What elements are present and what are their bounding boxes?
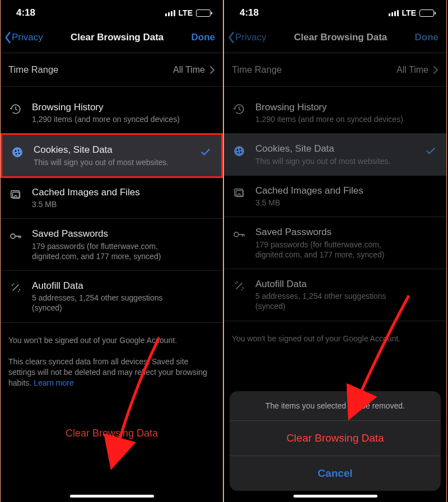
svg-point-2	[18, 150, 19, 151]
item-passwords[interactable]: Saved Passwords 179 passwords (for flutt…	[224, 217, 446, 269]
item-cached[interactable]: Cached Images and Files 3.5 MB	[1, 177, 223, 219]
image-icon	[8, 186, 23, 200]
cookies-title: Cookies, Site Data	[34, 144, 191, 156]
nav-bar: Privacy Clear Browsing Data Done	[1, 26, 223, 53]
footnote-signout: You won't be signed out of your Google A…	[224, 321, 446, 348]
screenshot-right: 4:18 LTE Privacy Clear Browsing Data Don…	[223, 0, 447, 502]
svg-point-4	[18, 153, 20, 154]
svg-point-3	[16, 153, 17, 154]
time-range-row[interactable]: Time Range All Time	[1, 53, 223, 87]
passwords-title: Saved Passwords	[32, 228, 193, 240]
history-title: Browsing History	[32, 101, 193, 113]
wand-icon	[8, 280, 23, 294]
cookie-icon	[10, 144, 25, 159]
cookie-icon	[232, 143, 246, 158]
cache-sub: 3.5 MB	[255, 198, 416, 208]
home-indicator[interactable]	[293, 495, 377, 498]
item-cached[interactable]: Cached Images and Files 3.5 MB	[224, 176, 446, 217]
nav-back-label: Privacy	[12, 32, 43, 43]
time-range-value: All Time	[396, 65, 428, 75]
svg-point-15	[234, 232, 239, 237]
item-autofill[interactable]: Autofill Data 5 addresses, 1,254 other s…	[224, 269, 446, 321]
cache-sub: 3.5 MB	[32, 199, 193, 209]
svg-point-10	[240, 149, 241, 150]
footnote-sync: This clears synced data from all devices…	[1, 349, 223, 392]
svg-point-7	[11, 234, 15, 238]
history-title: Browsing History	[255, 101, 416, 113]
svg-point-12	[240, 152, 242, 153]
checkmark-icon	[200, 144, 213, 160]
passwords-sub: 179 passwords (for flutterwave.com, dign…	[255, 240, 416, 260]
content-right: Time Range All Time Browsing History 1,2…	[224, 53, 446, 502]
sheet-cancel-button[interactable]: Cancel	[230, 456, 441, 491]
history-sub: 1,290 items (and more on synced devices)	[32, 114, 193, 124]
cookies-sub: This will sign you out of most websites.	[255, 156, 416, 166]
nav-title: Clear Browsing Data	[71, 32, 164, 43]
battery-icon	[196, 10, 211, 17]
time-range-row[interactable]: Time Range All Time	[224, 53, 446, 87]
time-range-label: Time Range	[8, 64, 58, 75]
signal-icon	[389, 10, 399, 16]
history-icon	[8, 101, 23, 115]
nav-back-label: Privacy	[235, 32, 267, 43]
item-cookies[interactable]: Cookies, Site Data This will sign you ou…	[224, 134, 446, 175]
nav-back-button[interactable]: Privacy	[4, 31, 43, 44]
chevron-right-icon	[433, 65, 438, 74]
image-icon	[232, 185, 246, 199]
passwords-title: Saved Passwords	[255, 226, 416, 238]
screenshot-left: 4:18 LTE Privacy Clear Browsing Data Don…	[0, 0, 223, 502]
checkmark-icon	[425, 143, 438, 159]
content-left: Time Range All Time Browsing History 1,2…	[1, 53, 223, 502]
battery-icon	[419, 10, 434, 17]
item-passwords[interactable]: Saved Passwords 179 passwords (for flutt…	[1, 219, 223, 271]
action-sheet: The items you selected will be removed. …	[230, 391, 441, 491]
signal-icon	[165, 10, 175, 16]
network-label: LTE	[402, 8, 416, 17]
status-bar: 4:18 LTE	[1, 0, 223, 26]
item-autofill[interactable]: Autofill Data 5 addresses, 1,254 other s…	[1, 271, 223, 323]
autofill-sub: 5 addresses, 1,254 other suggestions (sy…	[255, 291, 416, 311]
svg-point-1	[15, 151, 17, 152]
nav-done-button[interactable]: Done	[192, 32, 216, 43]
nav-bar: Privacy Clear Browsing Data Done	[224, 26, 446, 53]
chevron-right-icon	[209, 65, 215, 74]
footnote-signout: You won't be signed out of your Google A…	[1, 323, 223, 349]
status-time: 4:18	[240, 7, 259, 18]
wand-icon	[232, 278, 246, 292]
network-label: LTE	[179, 8, 193, 17]
autofill-title: Autofill Data	[255, 278, 416, 290]
history-sub: 1,290 items (and more on synced devices)	[255, 114, 416, 124]
cache-title: Cached Images and Files	[255, 185, 416, 196]
key-icon	[232, 226, 246, 241]
chevron-left-icon	[4, 31, 12, 44]
time-range-value: All Time	[173, 65, 205, 75]
svg-point-0	[12, 147, 22, 157]
passwords-sub: 179 passwords (for flutterwave.com, dign…	[32, 241, 193, 261]
svg-point-8	[234, 146, 244, 156]
svg-point-9	[237, 149, 239, 151]
sheet-message: The items you selected will be removed.	[230, 391, 441, 421]
nav-back-button[interactable]: Privacy	[227, 31, 267, 44]
item-browsing-history[interactable]: Browsing History 1,290 items (and more o…	[224, 92, 446, 134]
autofill-sub: 5 addresses, 1,254 other suggestions (sy…	[32, 293, 193, 313]
clear-browsing-data-button[interactable]: Clear Browsing Data	[1, 392, 223, 451]
status-bar: 4:18 LTE	[224, 0, 446, 26]
cookies-title: Cookies, Site Data	[255, 143, 416, 154]
cookies-sub: This will sign you out of most websites.	[34, 157, 191, 167]
item-cookies[interactable]: Cookies, Site Data This will sign you ou…	[1, 133, 223, 177]
nav-done-button[interactable]: Done	[415, 32, 439, 43]
autofill-title: Autofill Data	[32, 280, 193, 292]
cache-title: Cached Images and Files	[32, 186, 193, 198]
home-indicator[interactable]	[70, 495, 154, 498]
status-time: 4:18	[16, 7, 35, 18]
svg-point-11	[237, 152, 239, 153]
nav-title: Clear Browsing Data	[294, 32, 387, 43]
history-icon	[232, 101, 246, 115]
learn-more-link[interactable]: Learn more	[34, 378, 74, 387]
sheet-confirm-button[interactable]: Clear Browsing Data	[230, 421, 441, 456]
key-icon	[8, 228, 23, 243]
item-browsing-history[interactable]: Browsing History 1,290 items (and more o…	[1, 92, 223, 134]
time-range-label: Time Range	[232, 64, 282, 75]
chevron-left-icon	[227, 31, 235, 44]
